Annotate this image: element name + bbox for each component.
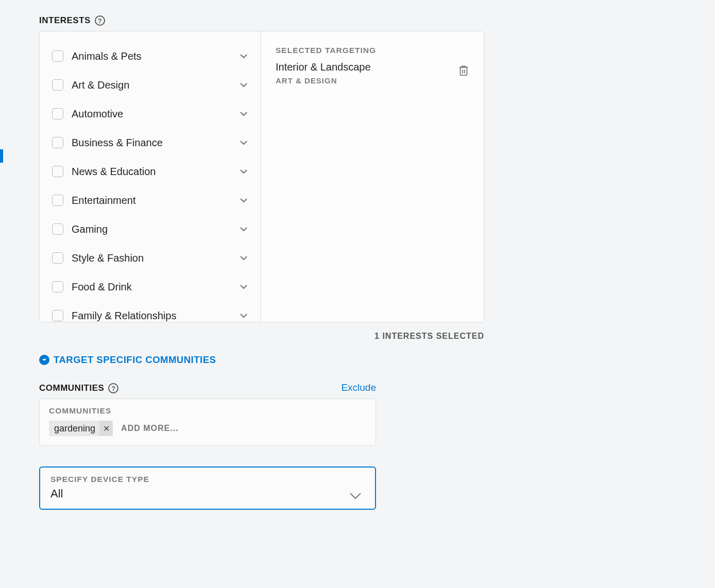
chevron-down-icon[interactable] [239, 253, 248, 263]
interests-title: INTERESTS [39, 15, 91, 26]
svg-rect-0 [461, 67, 467, 76]
communities-title: COMMUNITIES [39, 383, 104, 393]
communities-heading: COMMUNITIES ? [39, 383, 118, 393]
communities-input-box[interactable]: COMMUNITIES gardening✕ [39, 399, 376, 446]
interests-list[interactable]: Animals & PetsArt & DesignAutomotiveBusi… [40, 31, 261, 322]
trash-icon[interactable] [458, 64, 469, 77]
interest-row[interactable]: Art & Design [40, 71, 261, 99]
close-icon[interactable]: ✕ [99, 421, 113, 436]
interests-heading: INTERESTS ? [39, 15, 715, 26]
chevron-down-icon[interactable] [239, 167, 248, 176]
checkbox[interactable] [52, 79, 63, 91]
selected-interest-parent: ART & DESIGN [276, 76, 371, 85]
checkbox[interactable] [52, 108, 63, 119]
interest-row[interactable]: News & Education [40, 157, 261, 186]
chevron-down-icon[interactable] [239, 109, 248, 118]
interest-row[interactable]: Food & Drink [40, 272, 261, 301]
interest-label: Art & Design [72, 79, 239, 91]
page-indicator [0, 149, 3, 163]
chevron-down-icon[interactable] [239, 311, 248, 320]
checkbox[interactable] [52, 281, 63, 292]
device-type-value: All [50, 487, 149, 500]
selected-interest-name: Interior & Landscape [276, 61, 371, 73]
interest-label: News & Education [72, 166, 239, 178]
interest-label: Family & Relationships [72, 310, 239, 322]
help-icon[interactable]: ? [108, 383, 118, 393]
interests-count: 1 INTERESTS SELECTED [39, 332, 484, 341]
interest-label: Business & Finance [72, 137, 239, 149]
chevron-down-icon[interactable] [239, 80, 248, 90]
interest-label: Food & Drink [72, 281, 239, 293]
target-communities-toggle[interactable]: TARGET SPECIFIC COMMUNITIES [39, 354, 715, 366]
checkbox[interactable] [52, 223, 63, 235]
interest-row[interactable]: Family & Relationships [40, 301, 261, 322]
interest-row[interactable]: Style & Fashion [40, 244, 261, 272]
help-icon[interactable]: ? [95, 15, 105, 26]
chevron-down-icon[interactable] [239, 51, 248, 61]
interest-label: Gaming [72, 223, 239, 235]
interest-label: Automotive [72, 108, 239, 120]
interest-label: Animals & Pets [72, 50, 239, 62]
communities-chip-row: gardening✕ [49, 421, 366, 436]
device-type-label: SPECIFY DEVICE TYPE [50, 475, 149, 484]
selected-targeting-heading: SELECTED TARGETING [276, 46, 469, 55]
chevron-down-icon[interactable] [239, 282, 248, 291]
checkbox[interactable] [52, 50, 63, 62]
interests-panel: Animals & PetsArt & DesignAutomotiveBusi… [39, 31, 484, 322]
community-chip: gardening✕ [49, 421, 113, 436]
interest-row[interactable]: Gaming [40, 215, 261, 244]
checkbox[interactable] [52, 195, 63, 206]
interest-row[interactable]: Animals & Pets [40, 42, 261, 71]
chevron-down-icon[interactable] [239, 196, 248, 205]
device-type-select[interactable]: SPECIFY DEVICE TYPE All [39, 466, 376, 510]
checkbox[interactable] [52, 252, 63, 264]
chevron-down-icon[interactable] [239, 138, 248, 147]
target-communities-label: TARGET SPECIFIC COMMUNITIES [54, 354, 216, 366]
checkbox[interactable] [52, 137, 63, 148]
chevron-down-circle-icon [39, 355, 49, 365]
interest-row[interactable]: Automotive [40, 99, 261, 128]
selected-interest-item: Interior & Landscape ART & DESIGN [276, 61, 469, 85]
exclude-link[interactable]: Exclude [341, 382, 376, 393]
chip-label: gardening [54, 423, 95, 434]
chevron-down-icon [348, 490, 363, 500]
interest-row[interactable]: Entertainment [40, 186, 261, 215]
selected-targeting-panel: SELECTED TARGETING Interior & Landscape … [261, 31, 484, 322]
communities-field-label: COMMUNITIES [49, 406, 366, 416]
chevron-down-icon[interactable] [239, 224, 248, 234]
checkbox[interactable] [52, 310, 63, 321]
checkbox[interactable] [52, 166, 63, 177]
interest-label: Style & Fashion [72, 252, 239, 264]
interest-row[interactable]: Business & Finance [40, 128, 261, 157]
communities-add-input[interactable] [120, 423, 366, 434]
interest-label: Entertainment [72, 195, 239, 206]
